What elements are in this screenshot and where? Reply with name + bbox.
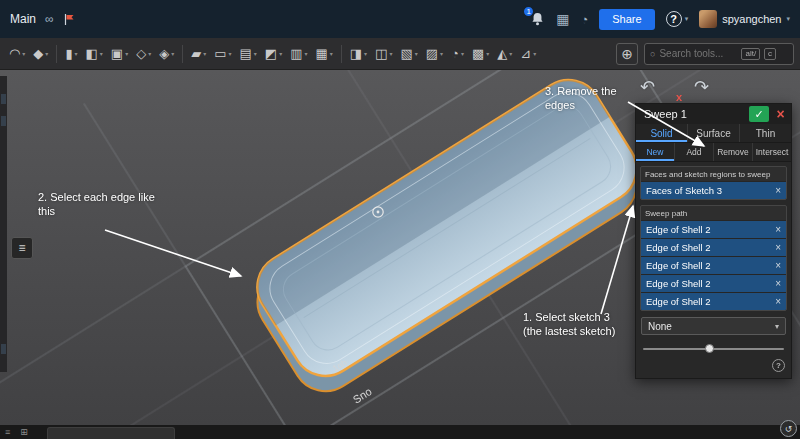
help-menu[interactable]: ? ▾ — [666, 11, 689, 27]
feature-list-toggle-button[interactable]: ≡ — [11, 237, 33, 259]
flag-icon[interactable] — [63, 13, 75, 26]
remove-selection-icon[interactable]: × — [775, 186, 781, 196]
remove-selection-icon[interactable]: × — [775, 261, 781, 271]
toolbar-divider — [56, 45, 57, 63]
panel-mark — [1, 344, 6, 354]
list-item[interactable]: Edge of Shell 2 × — [641, 220, 786, 238]
search-input[interactable] — [659, 48, 737, 59]
toolbar-tool-icon[interactable]: ◨ — [347, 45, 370, 62]
toolbar-divider — [341, 45, 342, 63]
profile-dropdown[interactable]: None ▾ — [641, 317, 786, 335]
header-actions: 1 ▦ ◔ Share ? ▾ spyangchen ▾ — [530, 9, 790, 30]
toolbar-divider — [182, 45, 183, 63]
help-icon: ? — [666, 11, 682, 27]
list-item[interactable]: Edge of Shell 2 × — [641, 292, 786, 310]
tab-bar: ≡ ⊞ — [0, 425, 800, 439]
app-grid-icon[interactable]: ▦ — [556, 12, 569, 26]
remove-selection-icon[interactable]: × — [775, 279, 781, 289]
toolbar-tool-icon[interactable]: ▰ — [188, 45, 209, 62]
list-tree-icon: ≡ — [18, 241, 25, 255]
user-menu[interactable]: spyangchen ▾ — [699, 10, 790, 28]
avatar — [699, 10, 717, 28]
tab-surface[interactable]: Surface — [688, 124, 740, 142]
search-icon: ○ — [650, 49, 655, 59]
link-icon[interactable]: ∞ — [45, 13, 54, 25]
workspace-name[interactable]: Main — [10, 12, 36, 26]
toolbar-tool-icon[interactable]: ◇ — [133, 45, 154, 62]
tab-grid-icon[interactable]: ⊞ — [20, 428, 28, 437]
toolbar-tool-icon[interactable]: ▧ — [397, 45, 420, 62]
dialog-header[interactable]: Sweep 1 ✓ × — [636, 104, 791, 124]
chevron-down-icon: ▾ — [775, 322, 779, 331]
list-item[interactable]: Faces of Sketch 3 × — [641, 181, 786, 199]
toolbar-tool-icon[interactable]: ◩ — [262, 45, 285, 62]
tab-remove[interactable]: Remove — [714, 143, 753, 161]
feedback-bubble-button[interactable]: ↺ — [780, 420, 797, 437]
faces-section: Faces and sketch regions to sweep Faces … — [640, 166, 787, 200]
dropdown-value: None — [648, 321, 672, 332]
chevron-down-icon: ▾ — [786, 15, 790, 23]
list-item[interactable]: Edge of Shell 2 × — [641, 256, 786, 274]
toolbar-tool-icon[interactable]: ◭ — [494, 45, 515, 62]
toolbar-tool-icon[interactable]: ▭ — [211, 45, 234, 62]
share-button[interactable]: Share — [599, 9, 654, 30]
slider-handle[interactable] — [705, 344, 714, 353]
tab-add[interactable]: Add — [675, 143, 714, 161]
toolbar-tool-icon[interactable]: ◈ — [156, 45, 177, 62]
viewport[interactable]: 1qb Sno ≡ Sweep 1 ✓ × Solid Surface Thin — [0, 70, 800, 425]
feature-toolbar: ◠ ◆ ▮ ◧ ▣ ◇ ◈ ▰ ▭ ▤ ◩ ▥ ▦ ◨ ◫ ▧ ▨ ◔ ▩ ◭ … — [0, 38, 800, 70]
selection-label: Edge of Shell 2 — [646, 260, 710, 271]
opacity-slider[interactable] — [643, 344, 784, 354]
remove-selection-icon[interactable]: × — [775, 297, 781, 307]
sweep-path-section: Sweep path Edge of Shell 2 × Edge of She… — [640, 205, 787, 311]
tab-new[interactable]: New — [636, 143, 675, 161]
confirm-button[interactable]: ✓ — [749, 106, 769, 122]
tab-solid[interactable]: Solid — [636, 124, 688, 142]
faces-section-label: Faces and sketch regions to sweep — [641, 167, 786, 181]
dialog-footer: ? — [640, 354, 787, 374]
tab-intersect[interactable]: Intersect — [753, 143, 791, 161]
chevron-down-icon: ▾ — [685, 15, 689, 23]
kbd-shortcut-key: c — [764, 48, 776, 60]
model-part[interactable] — [238, 70, 656, 404]
toolbar-tool-icon[interactable]: ▥ — [287, 45, 310, 62]
toolbar-tool-icon[interactable]: ▤ — [237, 45, 260, 62]
list-item[interactable]: Edge of Shell 2 × — [641, 238, 786, 256]
toolbar-tool-icon[interactable]: ▦ — [312, 45, 335, 62]
cancel-button[interactable]: × — [773, 107, 788, 121]
toolbar-tool-icon[interactable]: ◫ — [372, 45, 395, 62]
list-item[interactable]: Edge of Shell 2 × — [641, 274, 786, 292]
selection-label: Edge of Shell 2 — [646, 278, 710, 289]
dialog-title: Sweep 1 — [644, 108, 745, 120]
toolbar-tool-icon[interactable]: ◔ — [448, 45, 467, 62]
toolbar-tool-icon[interactable]: ◆ — [30, 45, 51, 62]
kbd-shortcut-alt: alt/ — [741, 48, 760, 60]
toolbar-tool-icon[interactable]: ◠ — [6, 45, 28, 62]
selection-label: Edge of Shell 2 — [646, 224, 710, 235]
toolbar-tool-icon[interactable]: ▮ — [62, 45, 80, 62]
part-label: Sno — [351, 385, 374, 406]
selection-label: Faces of Sketch 3 — [646, 185, 722, 196]
dialog-body: Faces and sketch regions to sweep Faces … — [636, 162, 791, 378]
remove-selection-icon[interactable]: × — [775, 243, 781, 253]
toolbar-tool-icon[interactable]: ◧ — [83, 45, 106, 62]
boolean-tabs: New Add Remove Intersect — [636, 143, 791, 162]
usage-meter-icon[interactable]: ◔ — [580, 13, 588, 26]
app-header: Main ∞ 1 ▦ ◔ Share ? ▾ — [0, 0, 800, 38]
toolbar-search-area: ⊕ ○ alt/ c — [616, 43, 794, 65]
toolbar-tool-icon[interactable]: ▣ — [108, 45, 131, 62]
notifications-button[interactable]: 1 — [530, 11, 545, 27]
document-tab[interactable] — [47, 427, 175, 439]
toolbar-tool-icon[interactable]: ▩ — [469, 45, 492, 62]
feedback-icon: ↺ — [785, 424, 793, 434]
panel-mark — [1, 94, 6, 104]
dialog-help-icon[interactable]: ? — [772, 359, 785, 372]
remove-selection-icon[interactable]: × — [775, 225, 781, 235]
tab-thin[interactable]: Thin — [740, 124, 791, 142]
toolbar-tool-icon[interactable]: ⊿ — [517, 45, 539, 62]
result-type-tabs: Solid Surface Thin — [636, 124, 791, 143]
isolate-target-icon[interactable]: ⊕ — [616, 43, 638, 65]
toolbar-tool-icon[interactable]: ▨ — [423, 45, 446, 62]
search-tools-box[interactable]: ○ alt/ c — [644, 43, 794, 65]
tab-manager-icon[interactable]: ≡ — [5, 428, 10, 437]
